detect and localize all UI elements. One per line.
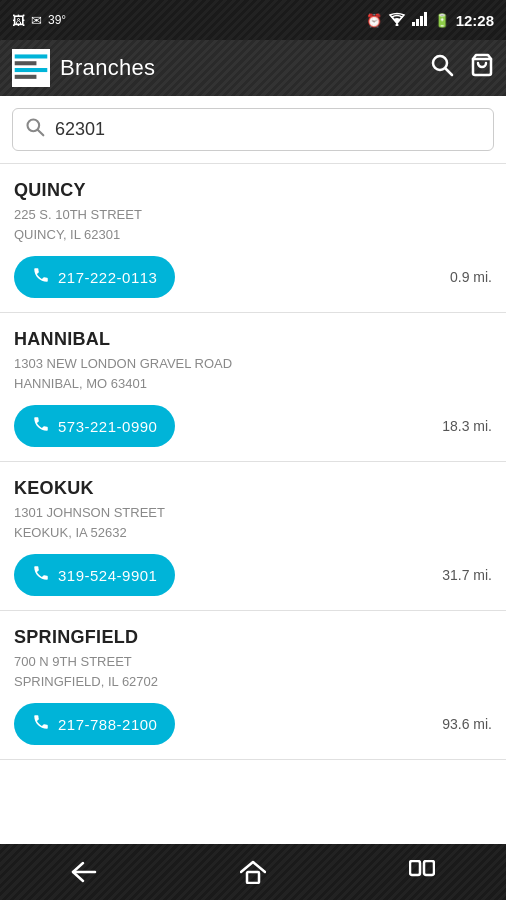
branch-name: HANNIBAL (14, 329, 492, 350)
status-bar-left: 🖼 ✉ 39° (12, 13, 66, 28)
clock-icon: ⏰ (366, 13, 382, 28)
battery-icon: 🔋 (434, 13, 450, 28)
distance-label: 18.3 mi. (442, 418, 492, 434)
phone-button[interactable]: 573-221-0990 (14, 405, 175, 447)
branch-address: 1303 NEW LONDON GRAVEL ROADHANNIBAL, MO … (14, 354, 492, 393)
distance-label: 31.7 mi. (442, 567, 492, 583)
status-bar: 🖼 ✉ 39° ⏰ 🔋 12:28 (0, 0, 506, 40)
time-display: 12:28 (456, 12, 494, 29)
svg-rect-8 (15, 75, 37, 79)
phone-button[interactable]: 319-524-9901 (14, 554, 175, 596)
svg-rect-1 (412, 22, 415, 26)
distance-label: 0.9 mi. (450, 269, 492, 285)
email-icon: ✉ (31, 13, 42, 28)
bottom-nav-bar (0, 844, 506, 900)
svg-rect-5 (15, 54, 48, 58)
branch-name: KEOKUK (14, 478, 492, 499)
search-box[interactable] (12, 108, 494, 151)
svg-line-10 (446, 69, 453, 76)
distance-label: 93.6 mi. (442, 716, 492, 732)
branch-footer: 217-222-0113 0.9 mi. (14, 256, 492, 298)
svg-rect-6 (15, 61, 37, 65)
phone-number: 217-788-2100 (58, 716, 157, 733)
search-icon[interactable] (430, 53, 454, 83)
svg-rect-7 (15, 68, 48, 72)
app-logo (12, 49, 50, 87)
svg-rect-4 (424, 12, 427, 26)
search-input[interactable] (55, 119, 481, 140)
branch-item: SPRINGFIELD 700 N 9TH STREETSPRINGFIELD,… (0, 611, 506, 760)
branch-address: 700 N 9TH STREETSPRINGFIELD, IL 62702 (14, 652, 492, 691)
svg-rect-16 (410, 861, 420, 875)
branch-list: QUINCY 225 S. 10TH STREETQUINCY, IL 6230… (0, 164, 506, 850)
app-bar: Branches (0, 40, 506, 96)
svg-rect-2 (416, 19, 419, 26)
app-bar-actions (430, 53, 494, 83)
temperature-display: 39° (48, 13, 66, 27)
recents-button[interactable] (392, 852, 452, 892)
phone-button[interactable]: 217-788-2100 (14, 703, 175, 745)
cart-icon[interactable] (470, 53, 494, 83)
phone-number: 217-222-0113 (58, 269, 157, 286)
phone-icon (32, 713, 50, 735)
svg-point-0 (395, 23, 398, 26)
image-icon: 🖼 (12, 13, 25, 28)
branch-item: KEOKUK 1301 JOHNSON STREETKEOKUK, IA 526… (0, 462, 506, 611)
svg-rect-3 (420, 16, 423, 26)
wifi-icon (388, 12, 406, 29)
branch-name: QUINCY (14, 180, 492, 201)
branch-item: QUINCY 225 S. 10TH STREETQUINCY, IL 6230… (0, 164, 506, 313)
branch-address: 1301 JOHNSON STREETKEOKUK, IA 52632 (14, 503, 492, 542)
branch-footer: 319-524-9901 31.7 mi. (14, 554, 492, 596)
page-title: Branches (60, 55, 420, 81)
status-bar-right: ⏰ 🔋 12:28 (366, 12, 494, 29)
search-box-icon (25, 117, 45, 142)
phone-number: 573-221-0990 (58, 418, 157, 435)
phone-icon (32, 415, 50, 437)
svg-line-13 (38, 130, 43, 135)
signal-icon (412, 12, 428, 29)
branch-footer: 217-788-2100 93.6 mi. (14, 703, 492, 745)
branch-footer: 573-221-0990 18.3 mi. (14, 405, 492, 447)
svg-rect-17 (424, 861, 434, 875)
search-container (0, 96, 506, 164)
back-button[interactable] (54, 852, 114, 892)
phone-button[interactable]: 217-222-0113 (14, 256, 175, 298)
phone-icon (32, 266, 50, 288)
branch-name: SPRINGFIELD (14, 627, 492, 648)
home-button[interactable] (223, 852, 283, 892)
phone-icon (32, 564, 50, 586)
phone-number: 319-524-9901 (58, 567, 157, 584)
svg-rect-15 (247, 872, 259, 883)
branch-item: HANNIBAL 1303 NEW LONDON GRAVEL ROADHANN… (0, 313, 506, 462)
branch-address: 225 S. 10TH STREETQUINCY, IL 62301 (14, 205, 492, 244)
